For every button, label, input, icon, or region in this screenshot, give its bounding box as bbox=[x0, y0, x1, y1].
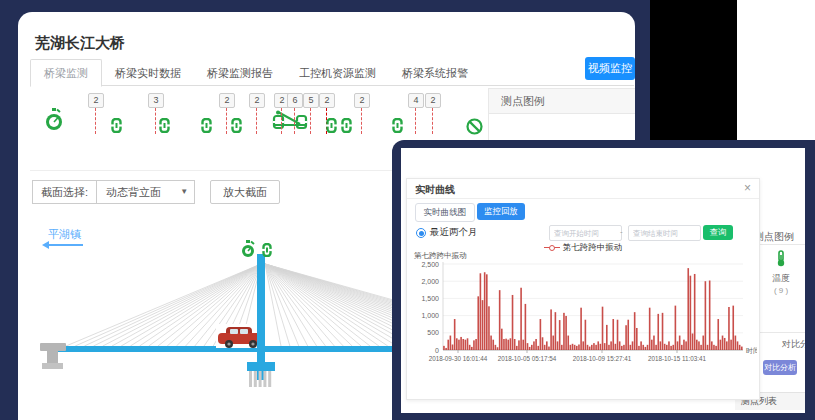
query-end-time-input[interactable] bbox=[628, 225, 701, 241]
svg-text:2018-10-05 05:17:54: 2018-10-05 05:17:54 bbox=[498, 355, 557, 362]
gauge-icon[interactable] bbox=[44, 108, 64, 132]
section-select-dropdown[interactable]: 动态背立面 ▼ bbox=[97, 180, 195, 204]
legend-panel-header: 测点图例 bbox=[489, 89, 635, 114]
thermometer-icon bbox=[775, 250, 787, 267]
section-toolbar: 截面选择: 动态背立面 ▼ 放大截面 bbox=[32, 180, 280, 204]
chain-link-icon[interactable] bbox=[326, 118, 337, 133]
sensor-count-badge[interactable]: 2 bbox=[88, 93, 104, 108]
close-icon[interactable]: × bbox=[744, 181, 751, 195]
sensor-count-badge[interactable]: 2 bbox=[219, 93, 235, 108]
svg-text:2018-10-09 15:27:41: 2018-10-09 15:27:41 bbox=[573, 355, 632, 362]
chain-link-icon[interactable] bbox=[159, 118, 170, 133]
svg-text:2018-10-15 11:03:41: 2018-10-15 11:03:41 bbox=[648, 355, 707, 362]
query-start-time-input[interactable] bbox=[549, 225, 622, 241]
sensor-guide-line bbox=[415, 108, 416, 134]
sensor-count-badge[interactable]: 2 bbox=[249, 93, 265, 108]
svg-text:2,500: 2,500 bbox=[421, 261, 439, 268]
sensor-guide-line bbox=[432, 108, 433, 134]
chain-link-icon[interactable] bbox=[341, 118, 352, 133]
desktop-canvas: { "colors":{"navy":"#232e55","accent_blu… bbox=[0, 0, 815, 420]
sensor-guide-line bbox=[361, 108, 362, 134]
modal-header: 实时曲线 × bbox=[407, 179, 759, 199]
chain-link-icon[interactable] bbox=[231, 118, 242, 133]
analysis-section-header: 对比分析 bbox=[782, 338, 805, 351]
legend-label: 第七跨跨中振动 bbox=[563, 242, 623, 252]
realtime-curve-modal: 实时曲线 × 实时曲线图 监控回放 最近两个月 - 查询 第七跨跨中振动 第七跨… bbox=[406, 178, 760, 400]
section-select-value: 动态背立面 bbox=[106, 181, 161, 203]
tab-realtime-curve[interactable]: 实时曲线图 bbox=[415, 203, 475, 222]
svg-text:时间: 时间 bbox=[746, 347, 757, 355]
caret-down-icon: ▼ bbox=[180, 181, 188, 203]
zoom-section-button[interactable]: 放大截面 bbox=[210, 180, 280, 204]
svg-text:2018-09-30 16:01:44: 2018-09-30 16:01:44 bbox=[429, 355, 488, 362]
svg-text:2,000: 2,000 bbox=[421, 278, 439, 285]
recent-two-months-radio[interactable] bbox=[416, 228, 426, 238]
sensor-count-badge[interactable]: 3 bbox=[148, 93, 164, 108]
temperature-label: 温度 bbox=[757, 273, 805, 285]
sensor-count-badge[interactable]: 5 bbox=[303, 93, 319, 108]
sensor-guide-line bbox=[294, 108, 295, 134]
svg-text:500: 500 bbox=[427, 329, 439, 336]
temperature-count: ( 9 ) bbox=[757, 286, 805, 295]
legend-marker-icon bbox=[544, 247, 560, 248]
measurement-side-panel: 测点图例 温度 ( 9 ) 对比分析 对比分析 测点列表 bbox=[757, 148, 805, 413]
temperature-legend-item[interactable]: 温度 ( 9 ) bbox=[757, 250, 805, 295]
svg-text:1,000: 1,000 bbox=[421, 312, 439, 319]
vibration-chart: 05001,0001,5002,0002,5002018-09-30 16:01… bbox=[409, 259, 757, 391]
svg-text:1,500: 1,500 bbox=[421, 295, 439, 302]
divider bbox=[757, 332, 805, 333]
sensor-count-badge[interactable]: 2 bbox=[425, 93, 441, 108]
front-window-content: 测点图例 温度 ( 9 ) 对比分析 对比分析 测点列表 实时曲线 × 实时曲线 bbox=[401, 148, 805, 413]
sensor-guide-line bbox=[310, 108, 311, 134]
sensor-count-badge[interactable]: 6 bbox=[287, 93, 303, 108]
recent-two-months-label: 最近两个月 bbox=[430, 226, 478, 239]
sensor-guide-line bbox=[281, 108, 282, 134]
backdrop-white-region bbox=[737, 0, 815, 140]
query-toolbar: 最近两个月 - 查询 bbox=[407, 225, 759, 241]
range-separator: - bbox=[620, 227, 623, 236]
chain-link-icon[interactable] bbox=[111, 118, 122, 133]
query-button[interactable]: 查询 bbox=[703, 225, 733, 240]
chain-link-icon[interactable] bbox=[392, 118, 403, 133]
modal-title: 实时曲线 bbox=[415, 183, 455, 197]
sensor-count-badge[interactable]: 2 bbox=[354, 93, 370, 108]
svg-text:0: 0 bbox=[435, 347, 439, 354]
sensor-guide-line bbox=[95, 108, 96, 134]
ban-icon[interactable] bbox=[466, 118, 483, 135]
sensor-count-badge[interactable]: 2 bbox=[319, 93, 335, 108]
beam-sensor-icon[interactable] bbox=[272, 110, 308, 132]
section-select-label: 截面选择: bbox=[32, 180, 97, 204]
side-legend-header: 测点图例 bbox=[757, 228, 805, 245]
chain-link-icon[interactable] bbox=[201, 118, 212, 133]
sensor-guide-line bbox=[226, 108, 227, 134]
tab-monitor-playback[interactable]: 监控回放 bbox=[477, 203, 525, 220]
compare-analysis-button[interactable]: 对比分析 bbox=[763, 360, 797, 375]
sensor-guide-line bbox=[155, 108, 156, 134]
front-app-window: 测点图例 温度 ( 9 ) 对比分析 对比分析 测点列表 实时曲线 × 实时曲线 bbox=[392, 140, 815, 420]
sensor-guide-line bbox=[256, 108, 257, 134]
sensor-count-badge[interactable]: 4 bbox=[408, 93, 424, 108]
backdrop-black-region bbox=[650, 0, 737, 140]
